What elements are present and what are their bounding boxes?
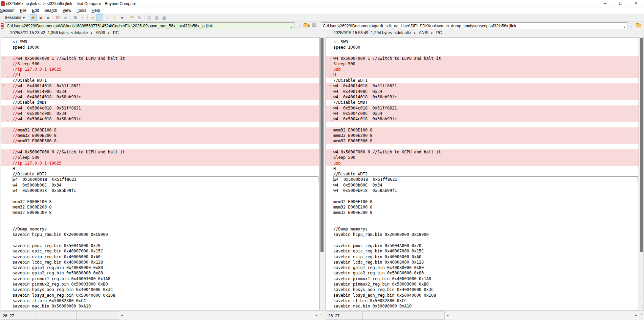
code-line[interactable]: speed 10000 xyxy=(326,45,639,50)
code-line[interactable]: ➜w4 0x5000F000 1 //Switch to LCPU and ha… xyxy=(326,56,639,61)
code-line[interactable]: //H xyxy=(1,72,319,78)
code-line[interactable]: speed 10000 xyxy=(1,45,319,50)
code-line[interactable]: //w4 0x4001400C 0x34 xyxy=(1,89,319,94)
code-line[interactable]: savebin pinmux2_reg.bin 0x50003000 0xB0 xyxy=(326,281,639,287)
code-line[interactable]: savebin lpsys_aon_reg.bin 0x50040000 0x1… xyxy=(1,293,319,298)
menu-search[interactable]: Search xyxy=(42,7,60,14)
code-line[interactable]: ➜w4 0x5004c018 0x51ff8621 xyxy=(326,105,639,111)
menu-edit[interactable]: Edit xyxy=(29,7,42,14)
code-line[interactable]: ➜//w4 0x40014018 0x51ff8621 xyxy=(1,83,319,89)
code-line[interactable] xyxy=(1,50,319,56)
pane-corner-buttons[interactable]: ▪◔▾ xyxy=(639,294,644,320)
code-line[interactable]: //Sleep 500 xyxy=(1,61,319,67)
minimize-button[interactable]: ─ xyxy=(597,0,613,7)
code-line[interactable]: H xyxy=(326,72,639,78)
diff-section-arrow-icon[interactable]: ➜ xyxy=(2,150,7,154)
code-line[interactable]: //ip 127.0.0.1:19025 xyxy=(1,161,319,166)
code-line[interactable] xyxy=(1,193,319,199)
code-line[interactable]: //w4 0x40014018 0x58ab99fc xyxy=(1,94,319,100)
code-line[interactable]: //Dump memorys xyxy=(326,226,639,232)
code-line[interactable] xyxy=(1,216,319,221)
code-line[interactable]: si SWD xyxy=(326,39,639,45)
corner-button[interactable]: ▪ xyxy=(639,294,644,302)
code-line[interactable]: ➜w4 0x5000F000 0 //Switch to HCPU and ha… xyxy=(326,149,639,155)
code-line[interactable]: savebin ezip_reg.bin 0x40006000 0xA0 xyxy=(1,254,319,260)
menu-tools[interactable]: Tools xyxy=(74,7,89,14)
view-differences-icon[interactable]: ≠ xyxy=(37,14,44,21)
code-line[interactable]: //Disable WDT1 xyxy=(326,78,639,83)
code-line[interactable]: ➜w4 0x40014018 0x51ff8621 xyxy=(326,83,639,89)
format-colors-icon[interactable]: ◔ xyxy=(79,14,86,21)
menu-file[interactable]: File xyxy=(17,7,29,14)
code-line[interactable] xyxy=(326,122,639,127)
code-line[interactable]: savebin hpsys_aon_reg.bin 0x40040000 0x3… xyxy=(1,287,319,292)
sessions-menu-button[interactable]: Sessions ▼ xyxy=(3,14,27,21)
code-line[interactable]: savebin lcdc_reg.bin 0x40008000 0x128 xyxy=(1,260,319,265)
report-icon[interactable]: ▤ xyxy=(146,14,153,21)
code-line[interactable]: savebin hcpu_ram.bin 0x20000000 0xC8000 xyxy=(1,232,319,237)
chevron-down-icon[interactable]: ▼ xyxy=(413,32,417,35)
save-left-icon[interactable] xyxy=(311,23,317,29)
right-editor-pane[interactable]: si SWDspeed 10000➜w4 0x5000F000 1 //Swit… xyxy=(326,37,639,310)
diff-section-arrow-icon[interactable]: ➜ xyxy=(327,106,332,110)
view-same-icon[interactable]: = xyxy=(45,14,51,21)
code-line[interactable]: usb xyxy=(326,161,639,166)
display-format-icon[interactable]: ⊞ xyxy=(54,14,61,21)
code-line[interactable] xyxy=(326,238,639,243)
browse-right-folder-icon[interactable] xyxy=(635,23,641,29)
right-path-input[interactable]: C:\Users\26929\Documents\gerrit_sdk_no_U… xyxy=(321,22,627,29)
code-line[interactable]: savebin pinmux2_reg.bin 0x50003000 0xB0 xyxy=(1,281,319,287)
code-line[interactable]: w4 0x40014018 0x58ab99fc xyxy=(326,94,639,100)
code-line[interactable]: si SWD xyxy=(1,39,319,45)
menu-view[interactable]: View xyxy=(60,7,74,14)
open-session-icon[interactable]: ◖ xyxy=(0,14,2,21)
code-line[interactable]: savebin epic_reg.bin 0x40007000 0x15C xyxy=(326,248,639,254)
code-line[interactable]: ➜//w4 0x5000F000 0 //Switch to HCPU and … xyxy=(1,149,319,155)
scroll-left-icon[interactable]: ◄ xyxy=(120,314,124,317)
code-line[interactable]: w4 0x5000b018 0x51ff8621 xyxy=(326,177,639,182)
code-line[interactable] xyxy=(326,144,639,149)
table-compare-icon[interactable]: ▦ xyxy=(153,14,160,21)
code-line[interactable]: usb xyxy=(326,67,639,72)
rules-icon[interactable]: ≈ xyxy=(62,14,69,21)
scroll-right-icon[interactable]: ► xyxy=(315,314,318,317)
right-horizontal-scrollbar[interactable]: ◄ ► xyxy=(445,312,639,319)
corner-button[interactable]: ◔ xyxy=(639,302,644,310)
code-line[interactable]: //Disable iWDT xyxy=(326,100,639,105)
code-line[interactable] xyxy=(1,221,319,226)
code-line[interactable]: savebin pmuc_reg.bin 0x5004A000 0x70 xyxy=(1,243,319,248)
code-line[interactable]: mem32 E000E100 8 xyxy=(1,199,319,204)
left-editor-pane[interactable]: si SWDspeed 10000➜//w4 0x5000F000 1 //Sw… xyxy=(1,37,319,310)
code-line[interactable]: ➜//mem32 E000E100 8 xyxy=(1,127,319,133)
code-line[interactable]: //mem32 E000E200 8 xyxy=(1,133,319,138)
chevron-down-icon[interactable]: ∨ xyxy=(290,25,292,28)
left-format-dropdown[interactable]: <default> xyxy=(71,30,88,35)
previous-difference-icon[interactable]: ↑ xyxy=(111,14,118,21)
save-right-icon[interactable] xyxy=(643,23,644,29)
code-line[interactable]: //w4 0x5004c00C 0x34 xyxy=(1,111,319,116)
find-icon[interactable]: ⚭ xyxy=(119,14,126,21)
code-line[interactable]: mem32 E000E200 8 xyxy=(1,204,319,210)
code-line[interactable]: w4 0x5000b018 0x58ab99fc xyxy=(326,188,639,193)
code-line[interactable]: savebin gpio1_reg.bin 0x40080000 0x80 xyxy=(326,265,639,270)
code-line[interactable]: ➜//w4 0x5004c018 0x51ff8621 xyxy=(1,105,319,111)
view-all-icon[interactable]: ✱ xyxy=(30,14,37,21)
code-line[interactable]: savebin hcpu_ram.bin 0x20000000 0xC8000 xyxy=(326,232,639,237)
session-settings-icon[interactable]: ⚙ xyxy=(72,14,79,21)
code-line[interactable]: savebin lcdc_reg.bin 0x40008000 0x128 xyxy=(326,260,639,265)
left-horizontal-scrollbar[interactable]: ◄ ► xyxy=(119,312,319,319)
code-line[interactable]: savebin epic_reg.bin 0x40007000 0x15C xyxy=(1,248,319,254)
home-view-icon[interactable]: ◍ xyxy=(161,14,168,21)
corner-button[interactable]: ▾ xyxy=(639,310,644,318)
right-encoding-dropdown[interactable]: ANSI xyxy=(419,30,428,35)
left-encoding-dropdown[interactable]: ANSI xyxy=(96,30,105,35)
code-line[interactable]: Sleep 500 xyxy=(326,61,639,67)
code-line[interactable]: savebin gpio2_reg.bin 0x50080000 0x80 xyxy=(1,270,319,276)
copy-section-icon[interactable]: ↷ xyxy=(129,14,135,21)
code-line[interactable]: savebin rf.bin 0x50082800 0xCC xyxy=(1,298,319,303)
diff-section-arrow-icon[interactable]: ➜ xyxy=(327,150,332,154)
code-line[interactable]: mem32 E000E300 8 xyxy=(326,210,639,215)
code-line[interactable]: //Disable WDT1 xyxy=(1,78,319,83)
code-line[interactable]: mem32 E000E100 8 xyxy=(326,199,639,204)
inline-edit-icon[interactable]: ／ xyxy=(96,14,103,21)
